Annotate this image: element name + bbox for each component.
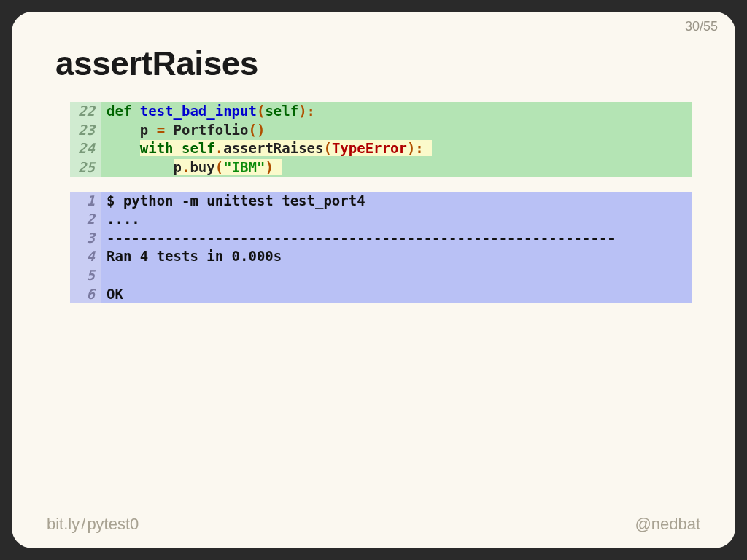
slide: 30/55 assertRaises 22def test_bad_input(… [12,12,735,548]
terminal-line: 1$ python -m unittest test_port4 [70,192,692,211]
terminal-line: 4Ran 4 tests in 0.000s [70,247,692,266]
code-line: 24 with self.assertRaises(TypeError): [70,139,692,158]
code-content: p = Portfolio() [101,121,692,140]
terminal-content: $ python -m unittest test_port4 [101,192,692,211]
code-content: with self.assertRaises(TypeError): [101,139,692,158]
code-line: 23 p = Portfolio() [70,121,692,140]
terminal-content: Ran 4 tests in 0.000s [101,247,692,266]
terminal-line: 5 [70,266,692,285]
footer-handle[interactable]: @nedbat [635,515,700,534]
code-block-terminal: 1$ python -m unittest test_port42....3--… [70,192,692,304]
line-number: 22 [70,102,101,121]
line-number: 1 [70,192,101,211]
page-total: 55 [703,19,718,34]
terminal-line: 3---------------------------------------… [70,229,692,248]
terminal-line: 6OK [70,285,692,304]
code-line: 22def test_bad_input(self): [70,102,692,121]
footer-link-host: bit.ly [47,515,80,533]
footer-link-slash: / [80,515,87,533]
footer-link[interactable]: bit.ly/pytest0 [47,515,139,534]
line-number: 6 [70,285,101,304]
line-number: 3 [70,229,101,248]
terminal-content: OK [101,285,692,304]
terminal-line: 2.... [70,210,692,229]
slide-footer: bit.ly/pytest0 @nedbat [47,515,700,534]
line-number: 4 [70,247,101,266]
line-number: 25 [70,158,101,177]
terminal-content [101,266,692,285]
slide-title: assertRaises [55,44,692,83]
terminal-content: ----------------------------------------… [101,229,692,248]
terminal-content: .... [101,210,692,229]
page-counter: 30/55 [685,19,718,34]
line-number: 23 [70,121,101,140]
line-number: 2 [70,210,101,229]
footer-link-path: pytest0 [87,515,139,533]
code-line: 25 p.buy("IBM") [70,158,692,177]
code-content: def test_bad_input(self): [101,102,692,121]
code-block-python: 22def test_bad_input(self):23 p = Portfo… [70,102,692,177]
line-number: 24 [70,139,101,158]
page-current: 30 [685,19,700,34]
line-number: 5 [70,266,101,285]
code-content: p.buy("IBM") [101,158,692,177]
